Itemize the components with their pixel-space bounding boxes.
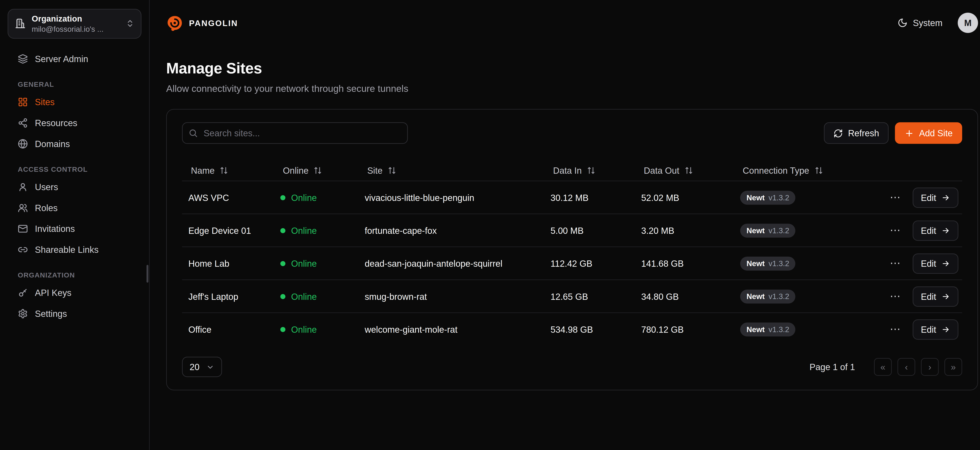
sidebar-item-resources[interactable]: Resources	[8, 113, 142, 134]
search-box	[182, 122, 408, 144]
column-header-name[interactable]: Name	[182, 165, 274, 176]
add-site-button[interactable]: Add Site	[895, 122, 962, 144]
cell-site-id: vivacious-little-blue-penguin	[365, 192, 550, 203]
edit-button[interactable]: Edit	[913, 253, 958, 274]
sidebar-scrollbar[interactable]	[146, 265, 149, 283]
refresh-label: Refresh	[848, 128, 879, 138]
theme-selector[interactable]: System	[898, 18, 943, 28]
edit-button[interactable]: Edit	[913, 187, 958, 208]
user-icon	[18, 182, 28, 192]
table-row: Jeff's Laptop Online smug-brown-rat 12.6…	[182, 279, 962, 312]
layers-icon	[18, 54, 28, 64]
sidebar-item-api-keys[interactable]: API Keys	[8, 282, 142, 304]
topbar-right: System M	[898, 13, 978, 33]
connection-type-badge: Newt v1.3.2	[740, 256, 795, 270]
page-size-select[interactable]: 20	[182, 357, 222, 377]
online-status-dot-icon	[280, 195, 285, 200]
sidebar-item-users[interactable]: Users	[8, 177, 142, 198]
row-menu-button[interactable]: ⋯	[887, 323, 903, 336]
sidebar-item-label: Shareable Links	[35, 245, 99, 255]
pangolin-logo-icon	[166, 14, 183, 31]
row-menu-button[interactable]: ⋯	[887, 191, 903, 204]
sidebar-item-label: Resources	[35, 118, 78, 128]
column-header-site[interactable]: Site	[358, 165, 544, 176]
column-header-online[interactable]: Online	[274, 165, 358, 176]
cell-connection-type: Newt v1.3.2	[740, 256, 845, 270]
page-title: Manage Sites	[166, 60, 978, 78]
sidebar-item-roles[interactable]: Roles	[8, 198, 142, 219]
column-header-data-out[interactable]: Data Out	[635, 165, 734, 176]
sites-table: Name Online Site Data In	[182, 155, 962, 345]
cell-site-id: fortunate-cape-fox	[365, 225, 550, 235]
column-label: Online	[283, 165, 309, 176]
first-page-button[interactable]: «	[874, 358, 892, 376]
cell-connection-type: Newt v1.3.2	[740, 190, 845, 204]
cell-online-status: Online	[280, 324, 364, 334]
section-label-organization: ORGANIZATION	[8, 271, 142, 279]
table-header: Name Online Site Data In	[182, 155, 962, 181]
last-page-button[interactable]: »	[944, 358, 962, 376]
sidebar-item-server-admin[interactable]: Server Admin	[8, 49, 142, 70]
sidebar-nav: Server Admin GENERAL Sites Resources Dom…	[8, 49, 142, 325]
cell-actions: ⋯ Edit	[846, 220, 962, 241]
arrow-right-icon	[941, 226, 950, 235]
edit-button[interactable]: Edit	[913, 286, 958, 306]
pagination: Page 1 of 1 « ‹ › »	[810, 358, 962, 376]
sidebar-item-domains[interactable]: Domains	[8, 133, 142, 155]
online-status-label: Online	[291, 258, 317, 268]
sort-icon	[220, 166, 229, 175]
online-status-dot-icon	[280, 294, 285, 299]
online-status-dot-icon	[280, 326, 285, 332]
connection-version: v1.3.2	[768, 325, 789, 333]
sidebar-item-settings[interactable]: Settings	[8, 304, 142, 325]
connection-version: v1.3.2	[768, 193, 789, 202]
cell-site-id: smug-brown-rat	[365, 291, 550, 301]
connection-type-badge: Newt v1.3.2	[740, 223, 795, 237]
edit-button[interactable]: Edit	[913, 319, 958, 339]
sidebar-item-label: Invitations	[35, 224, 75, 234]
gear-icon	[18, 309, 28, 319]
cell-online-status: Online	[280, 192, 364, 203]
section-label-access-control: ACCESS CONTROL	[8, 165, 142, 173]
table-row: Home Lab Online dead-san-joaquin-antelop…	[182, 247, 962, 279]
arrow-right-icon	[941, 193, 950, 202]
chevron-down-icon	[206, 363, 214, 371]
search-input[interactable]	[182, 122, 408, 144]
arrow-right-icon	[941, 292, 950, 301]
online-status-label: Online	[291, 192, 317, 203]
column-header-connection-type[interactable]: Connection Type	[734, 165, 846, 176]
connection-version: v1.3.2	[768, 226, 789, 235]
sidebar-item-shareable-links[interactable]: Shareable Links	[8, 239, 142, 260]
org-selector-text: Organization milo@fossorial.io's ...	[32, 14, 120, 33]
row-menu-button[interactable]: ⋯	[887, 290, 903, 303]
next-page-button[interactable]: ›	[921, 358, 939, 376]
column-label: Site	[367, 165, 383, 176]
row-menu-button[interactable]: ⋯	[887, 223, 903, 237]
cell-data-out: 52.02 MB	[641, 192, 740, 203]
edit-button[interactable]: Edit	[913, 220, 958, 241]
connection-type-badge: Newt v1.3.2	[740, 322, 795, 336]
sidebar-item-invitations[interactable]: Invitations	[8, 219, 142, 239]
column-header-data-in[interactable]: Data In	[544, 165, 635, 176]
row-menu-button[interactable]: ⋯	[887, 257, 903, 270]
sidebar-item-sites[interactable]: Sites	[8, 92, 142, 113]
search-icon	[188, 128, 198, 138]
page-info: Page 1 of 1	[810, 362, 855, 372]
add-site-label: Add Site	[919, 128, 953, 138]
key-icon	[18, 288, 28, 298]
org-selector[interactable]: Organization milo@fossorial.io's ...	[8, 9, 142, 39]
online-status-label: Online	[291, 225, 317, 235]
cell-data-in: 112.42 GB	[550, 258, 641, 268]
sort-icon	[587, 166, 596, 175]
refresh-icon	[834, 128, 843, 138]
edit-label: Edit	[921, 291, 936, 301]
org-title: Organization	[32, 14, 120, 25]
edit-label: Edit	[921, 192, 936, 203]
connection-type-badge: Newt v1.3.2	[740, 289, 795, 303]
sidebar: Organization milo@fossorial.io's ... Ser…	[0, 0, 150, 450]
connection-name: Newt	[746, 292, 765, 301]
previous-page-button[interactable]: ‹	[897, 358, 915, 376]
cell-online-status: Online	[280, 258, 364, 268]
avatar[interactable]: M	[958, 13, 978, 33]
refresh-button[interactable]: Refresh	[824, 122, 889, 144]
